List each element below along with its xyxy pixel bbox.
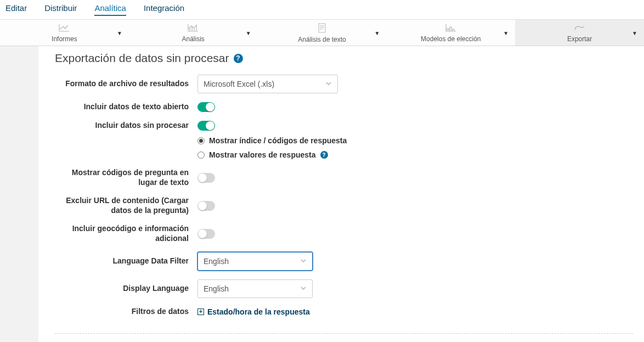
row-language-filter: Language Data Filter English <box>55 252 633 271</box>
row-display-language: Display Language English <box>55 279 633 298</box>
row-incluir-sin-procesar: Incluir datos sin procesar <box>55 121 633 131</box>
mostrar-codigos-label: Mostrar códigos de pregunta en lugar de … <box>55 168 197 187</box>
export-form: Formato de archivo de resultados Microso… <box>55 75 633 342</box>
tool-label: Análisis <box>182 35 205 43</box>
plus-icon: + <box>197 309 204 315</box>
toggle-mostrar-codigos[interactable] <box>197 173 215 183</box>
row-formato: Formato de archivo de resultados Microso… <box>55 75 633 93</box>
chart-line-icon <box>59 24 70 34</box>
filtros-link-text: Estado/hora de la respuesta <box>207 307 310 316</box>
tool-label: Informes <box>52 35 77 43</box>
tool-label: Análisis de texto <box>298 36 346 43</box>
radio-mostrar-indice[interactable]: Mostrar índice / códigos de respuesta <box>197 136 633 145</box>
tab-distribuir[interactable]: Distribuir <box>44 3 77 16</box>
incluir-sin-procesar-label: Incluir datos sin procesar <box>55 121 197 131</box>
page-title: Exportación de datos sin procesar ? <box>55 52 633 65</box>
chevron-down-icon: ▼ <box>503 30 509 36</box>
content: Exportación de datos sin procesar ? Form… <box>38 46 644 342</box>
language-filter-label: Language Data Filter <box>55 256 197 266</box>
chevron-down-icon: ▼ <box>374 30 380 36</box>
toggle-excluir-url[interactable] <box>197 201 215 211</box>
top-tabs: Editar Distribuir Analítica Integración <box>0 0 644 20</box>
svg-rect-0 <box>319 24 325 32</box>
tool-analisis[interactable]: Análisis ▼ <box>129 20 258 46</box>
tab-analitica[interactable]: Analítica <box>94 3 126 16</box>
chevron-down-icon: ▼ <box>632 30 637 36</box>
incluir-texto-abierto-label: Incluir datos de texto abierto <box>55 102 197 112</box>
row-incluir-geo: Incluir geocódigo e información adiciona… <box>55 224 633 243</box>
tool-exportar[interactable]: Exportar ▼ <box>515 20 644 46</box>
tool-analisis-texto[interactable]: Análisis de texto ▼ <box>258 20 387 46</box>
help-icon[interactable]: ? <box>234 54 243 63</box>
row-mostrar-codigos: Mostrar códigos de pregunta en lugar de … <box>55 168 633 187</box>
chart-bar-icon <box>188 24 199 34</box>
display-language-select[interactable]: English <box>197 279 313 298</box>
radio-group-display: Mostrar índice / códigos de respuesta Mo… <box>197 136 633 159</box>
tab-editar[interactable]: Editar <box>5 3 27 16</box>
choice-model-icon <box>445 24 456 34</box>
language-filter-select[interactable]: English <box>197 252 313 271</box>
main: Exportación de datos sin procesar ? Form… <box>0 46 644 342</box>
tab-integracion[interactable]: Integración <box>144 3 184 16</box>
toggle-incluir-geo[interactable] <box>197 229 215 239</box>
chevron-down-icon <box>325 80 332 88</box>
excluir-url-label: Excluir URL de contenido (Cargar datos d… <box>55 196 197 215</box>
row-filtros: Filtros de datos + Estado/hora de la res… <box>55 307 633 317</box>
row-incluir-texto-abierto: Incluir datos de texto abierto <box>55 102 633 112</box>
radio-label: Mostrar índice / códigos de respuesta <box>209 136 347 145</box>
help-icon[interactable]: ? <box>320 151 328 159</box>
toggle-incluir-sin-procesar[interactable] <box>197 121 215 131</box>
formato-select[interactable]: Microsoft Excel (.xls) <box>197 75 338 93</box>
chevron-down-icon <box>300 257 307 266</box>
language-filter-value: English <box>204 257 229 266</box>
divider <box>55 333 633 334</box>
row-excluir-url: Excluir URL de contenido (Cargar datos d… <box>55 196 633 215</box>
radio-mostrar-valores[interactable]: Mostrar valores de respuesta ? <box>197 150 633 159</box>
display-language-label: Display Language <box>55 284 197 294</box>
tool-label: Modelos de elección <box>421 35 481 43</box>
tool-modelos[interactable]: Modelos de elección ▼ <box>386 20 515 46</box>
chevron-down-icon: ▼ <box>117 30 122 36</box>
tool-informes[interactable]: Informes ▼ <box>0 20 129 46</box>
formato-label: Formato de archivo de resultados <box>55 79 197 89</box>
filtros-label: Filtros de datos <box>55 307 197 317</box>
tool-label: Exportar <box>567 35 592 43</box>
filtros-add-link[interactable]: + Estado/hora de la respuesta <box>197 307 310 316</box>
page-title-text: Exportación de datos sin procesar <box>55 52 229 65</box>
document-icon <box>317 23 327 35</box>
toolbar: Informes ▼ Análisis ▼ Análisis de texto … <box>0 20 644 46</box>
radio-label: Mostrar valores de respuesta <box>209 150 316 159</box>
left-gutter <box>0 46 38 342</box>
chevron-down-icon <box>300 284 307 293</box>
display-language-value: English <box>204 284 229 293</box>
toggle-incluir-texto-abierto[interactable] <box>197 102 215 112</box>
chevron-down-icon: ▼ <box>246 30 251 36</box>
incluir-geo-label: Incluir geocódigo e información adiciona… <box>55 224 197 243</box>
formato-value: Microsoft Excel (.xls) <box>204 80 274 88</box>
export-icon <box>574 24 586 34</box>
radio-icon <box>197 137 205 144</box>
radio-icon <box>197 152 205 159</box>
